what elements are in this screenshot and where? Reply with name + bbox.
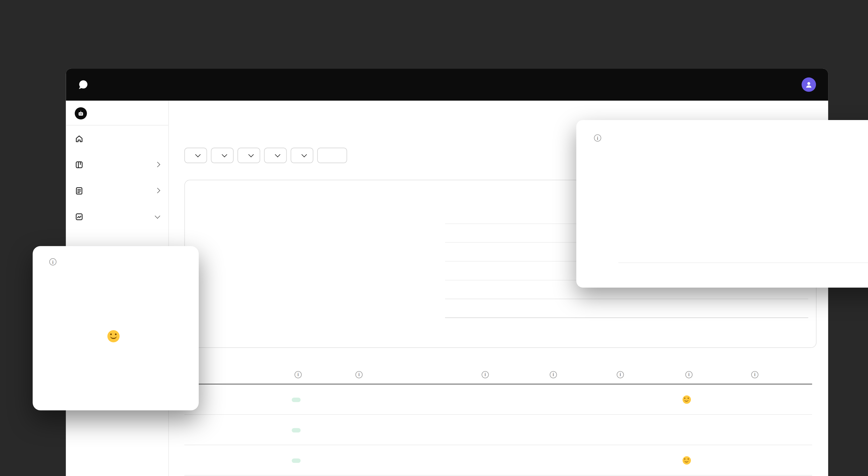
chevron-down-icon xyxy=(195,151,201,157)
sidebar-item-test[interactable] xyxy=(66,177,168,203)
agent-selector[interactable] xyxy=(66,102,168,125)
column-header-created-on[interactable]: i xyxy=(184,371,292,378)
column-header-user-messages[interactable]: i xyxy=(614,371,683,378)
csat-card: i xyxy=(33,246,198,410)
smiley-icon xyxy=(683,395,691,403)
info-icon[interactable]: i xyxy=(482,371,489,378)
cell-csat xyxy=(683,395,748,403)
info-icon[interactable]: i xyxy=(617,371,624,378)
top-navigation-bar xyxy=(66,69,828,101)
bar-ylabels xyxy=(406,219,439,321)
chevron-down-icon xyxy=(222,151,227,157)
column-header-resolution-time[interactable]: i xyxy=(547,371,614,378)
smiley-icon xyxy=(107,330,120,342)
legend-dot-green xyxy=(199,189,204,194)
info-icon[interactable]: i xyxy=(355,371,363,378)
bar-baseline xyxy=(445,317,808,318)
filter-resolution-time[interactable] xyxy=(238,148,260,163)
cell-category xyxy=(353,429,479,431)
resolution-rate-card: i xyxy=(576,120,868,288)
checklist-icon xyxy=(75,186,84,195)
column-header-csat[interactable]: i xyxy=(683,371,748,378)
smiley-icon xyxy=(683,456,691,464)
conversations-donut-ring xyxy=(246,219,354,327)
resolution-rate-title: i xyxy=(590,134,601,141)
table-row[interactable] xyxy=(184,384,812,415)
info-icon[interactable]: i xyxy=(685,371,693,378)
resolution-ylabels xyxy=(584,160,613,262)
organization-menu[interactable] xyxy=(795,77,816,92)
conversations-table: i i i i i i i i xyxy=(184,365,812,476)
sidebar-subitem-categories[interactable] xyxy=(66,230,168,246)
filter-partial[interactable] xyxy=(317,148,347,163)
cell-ai-resolution xyxy=(292,456,353,464)
chevron-down-icon xyxy=(155,213,160,218)
table-row[interactable] xyxy=(184,415,812,445)
sidebar-item-evaluate[interactable] xyxy=(66,204,168,230)
legend-ai-unresolved[interactable] xyxy=(223,189,232,194)
resolution-line-svg xyxy=(618,160,868,271)
chevron-down-icon xyxy=(248,151,254,157)
chart-legend xyxy=(199,189,232,194)
status-badge xyxy=(292,397,301,402)
chart-icon xyxy=(75,212,84,221)
robot-icon xyxy=(75,107,87,120)
filter-bar xyxy=(184,148,347,163)
info-icon[interactable]: i xyxy=(49,258,57,265)
info-icon[interactable]: i xyxy=(594,134,601,141)
info-icon[interactable]: i xyxy=(751,371,758,378)
legend-dot-gray xyxy=(223,189,228,194)
status-badge xyxy=(292,428,301,432)
user-avatar[interactable] xyxy=(802,77,816,92)
cell-category xyxy=(353,398,479,401)
legend-ai-resolved[interactable] xyxy=(199,189,209,194)
person-icon xyxy=(805,81,813,89)
filter-human-agent-handoff[interactable] xyxy=(290,148,313,163)
sidebar-item-build[interactable] xyxy=(66,151,168,177)
info-icon[interactable]: i xyxy=(550,371,557,378)
cell-ai-resolution xyxy=(292,395,353,403)
column-header-human-handoff[interactable]: i xyxy=(748,371,812,378)
chevron-right-icon xyxy=(155,162,160,167)
column-header-category[interactable]: i xyxy=(353,371,479,378)
table-row[interactable] xyxy=(184,445,812,476)
home-icon xyxy=(75,134,84,143)
chevron-right-icon xyxy=(155,188,160,193)
column-header-user[interactable]: i xyxy=(479,371,547,378)
cell-csat xyxy=(683,456,748,464)
status-badge xyxy=(292,458,301,463)
sidebar-item-overview[interactable] xyxy=(66,126,168,151)
filter-ai-resolution[interactable] xyxy=(211,148,234,163)
csat-donut-center xyxy=(77,299,154,377)
filter-date-range[interactable] xyxy=(184,148,207,163)
cell-ai-resolution xyxy=(292,426,353,434)
sendbird-logo-icon xyxy=(78,80,88,90)
csat-title: i xyxy=(45,258,57,265)
chevron-down-icon xyxy=(275,151,280,157)
chevron-down-icon xyxy=(302,151,307,157)
screen: i i i i i i i i xyxy=(0,0,868,476)
cell-category xyxy=(353,459,479,461)
board-icon xyxy=(75,160,84,169)
filter-csat[interactable] xyxy=(264,148,287,163)
column-header-ai-resolution[interactable]: i xyxy=(292,371,353,378)
csat-donut-ring xyxy=(56,278,176,398)
table-header-row: i i i i i i i i xyxy=(184,365,812,384)
info-icon[interactable]: i xyxy=(294,371,302,378)
conversations-donut-center xyxy=(265,238,336,309)
